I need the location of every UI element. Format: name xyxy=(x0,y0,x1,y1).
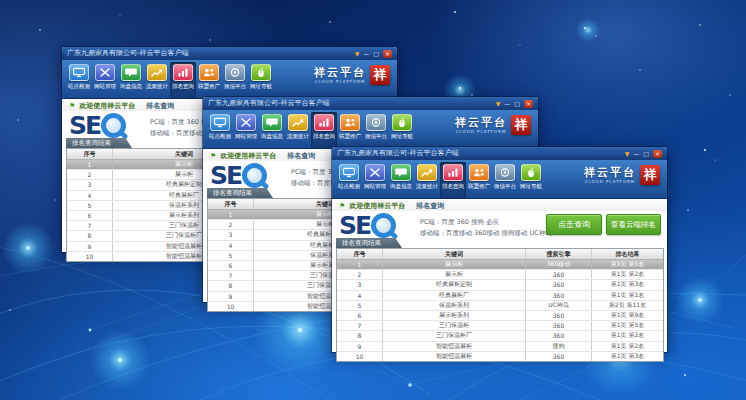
results-tab[interactable]: 排名查询结果 xyxy=(207,188,273,198)
nav-item-alliance[interactable]: 联盟推广 xyxy=(466,162,492,198)
table-row[interactable]: 5保温柜系列UC神马第2页 第11名 xyxy=(337,301,663,311)
nav-label: 网址导航 xyxy=(391,132,413,140)
minimize-icon[interactable]: — xyxy=(363,50,369,58)
nav-label: 微信平台 xyxy=(224,82,246,90)
breadcrumb-page: 排名查询 xyxy=(287,151,315,161)
table-cell: 4 xyxy=(67,191,113,200)
nav-label: 站点检测 xyxy=(209,132,231,140)
nav-item-site-check[interactable]: 站点检测 xyxy=(207,112,233,148)
table-row[interactable]: 9智能恒温展柜搜狗第1页 第2名 xyxy=(337,342,663,352)
results-table-body: 1展示柜360移动第1页 第1名2展示柜360第1页 第2名3经典展柜定制360… xyxy=(337,260,663,361)
close-icon[interactable]: × xyxy=(383,50,392,58)
table-cell: 4 xyxy=(337,291,383,300)
site-manage-icon xyxy=(95,64,115,81)
app-window[interactable]: 广东九鼎家具有限公司-祥云平台客户端 ▼ — □ × 站点检测 xyxy=(332,147,667,352)
wechat-platform-icon xyxy=(366,114,386,131)
title-bar[interactable]: 广东九鼎家具有限公司-祥云平台客户端 ▼ — □ × xyxy=(332,147,667,160)
results-tab[interactable]: 排名查询结果 xyxy=(66,138,132,148)
skin-icon[interactable]: ▼ xyxy=(496,100,501,108)
table-cell: 2 xyxy=(208,220,254,229)
nav-item-site-check[interactable]: 站点检测 xyxy=(336,162,362,198)
nav-item-inquiry[interactable]: 询盘信息 xyxy=(388,162,414,198)
maximize-icon[interactable]: □ xyxy=(373,50,379,58)
header-no: 序号 xyxy=(337,249,383,259)
close-icon[interactable]: × xyxy=(653,150,662,158)
nav-item-site-nav[interactable]: 网址导航 xyxy=(248,62,274,98)
brand-logo: 祥云平台 CLOUD PLATFORM 祥 xyxy=(314,65,390,85)
nav-item-wechat[interactable]: 微信平台 xyxy=(492,162,518,198)
nav-item-traffic[interactable]: 流量统计 xyxy=(285,112,311,148)
nav-item-inquiry[interactable]: 询盘信息 xyxy=(259,112,285,148)
nav-item-traffic[interactable]: 流量统计 xyxy=(414,162,440,198)
header-engine: 搜索引擎 xyxy=(526,249,592,259)
nav-item-alliance[interactable]: 联盟推广 xyxy=(196,62,222,98)
nav-item-traffic[interactable]: 流量统计 xyxy=(144,62,170,98)
window-title: 广东九鼎家具有限公司-祥云平台客户端 xyxy=(337,147,625,160)
table-row[interactable]: 4经典展柜厂360第1页 第1名 xyxy=(337,291,663,301)
title-bar[interactable]: 广东九鼎家具有限公司-祥云平台客户端 ▼ — □ × xyxy=(62,47,397,60)
table-row[interactable]: 6展示柜系列360第1页 第9名 xyxy=(337,311,663,321)
ranking-query-icon xyxy=(443,164,463,181)
table-cell: 6 xyxy=(67,211,113,220)
nav-item-ranking-query[interactable]: 排名查询 xyxy=(440,162,466,198)
table-cell: 5 xyxy=(337,301,383,310)
nav-label: 联盟推广 xyxy=(198,82,220,90)
table-cell: 9 xyxy=(67,242,113,251)
table-header: 序号 关键词 搜索引擎 排名结果 xyxy=(337,249,663,260)
header-keyword: 关键词 xyxy=(383,249,526,259)
inquiry-message-icon xyxy=(391,164,411,181)
nav-item-inquiry[interactable]: 询盘信息 xyxy=(118,62,144,98)
seo-wordmark: SE xyxy=(339,214,370,238)
nav-label: 流量统计 xyxy=(146,82,168,90)
title-bar[interactable]: 广东九鼎家具有限公司-祥云平台客户端 ▼ — □ × xyxy=(203,97,538,110)
table-cell: 第1页 第5名 xyxy=(592,321,663,330)
nav-item-alliance[interactable]: 联盟推广 xyxy=(337,112,363,148)
skin-icon[interactable]: ▼ xyxy=(355,50,360,58)
minimize-icon[interactable]: — xyxy=(633,150,639,158)
close-icon[interactable]: × xyxy=(524,100,533,108)
skin-icon[interactable]: ▼ xyxy=(625,150,630,158)
table-row[interactable]: 8三门保温柜厂360第1页 第2名 xyxy=(337,331,663,341)
table-cell: 2 xyxy=(337,270,383,279)
table-row[interactable]: 2展示柜360第1页 第2名 xyxy=(337,270,663,280)
nav-item-site-nav[interactable]: 网址导航 xyxy=(518,162,544,198)
nav-item-site-nav[interactable]: 网址导航 xyxy=(389,112,415,148)
nav-item-site-manage[interactable]: 网站管理 xyxy=(233,112,259,148)
nav-label: 流量统计 xyxy=(287,132,309,140)
nav-item-site-manage[interactable]: 网站管理 xyxy=(362,162,388,198)
nav-label: 网址导航 xyxy=(520,182,542,190)
wechat-platform-icon xyxy=(225,64,245,81)
table-row[interactable]: 3经典展柜定制360第1页 第3名 xyxy=(337,280,663,290)
maximize-icon[interactable]: □ xyxy=(643,150,649,158)
seo-wordmark: SE xyxy=(210,164,241,188)
nav-item-ranking-query[interactable]: 排名查询 xyxy=(170,62,196,98)
table-cell: 三门保温柜 xyxy=(383,321,526,330)
nav-item-site-check[interactable]: 站点检测 xyxy=(66,62,92,98)
brand-subtitle: CLOUD PLATFORM xyxy=(314,79,366,84)
nav-label: 排名查询 xyxy=(172,82,194,90)
nav-item-site-manage[interactable]: 网站管理 xyxy=(92,62,118,98)
alliance-promo-icon xyxy=(199,64,219,81)
table-cell: 2 xyxy=(67,170,113,179)
nav-label: 排名查询 xyxy=(313,132,335,140)
nav-item-wechat[interactable]: 微信平台 xyxy=(222,62,248,98)
table-cell: 第1页 第2名 xyxy=(592,270,663,279)
nav-item-ranking-query[interactable]: 排名查询 xyxy=(311,112,337,148)
table-row[interactable]: 10智能恒温展柜360第1页 第3名 xyxy=(337,352,663,361)
results-tab[interactable]: 排名查询结果 xyxy=(336,238,402,248)
query-button[interactable]: 点击查询 xyxy=(546,214,602,235)
nav-label: 网址导航 xyxy=(250,82,272,90)
minimize-icon[interactable]: — xyxy=(504,100,510,108)
maximize-icon[interactable]: □ xyxy=(514,100,520,108)
breadcrumb-page: 排名查询 xyxy=(416,201,444,211)
ranking-query-icon xyxy=(314,114,334,131)
nav-item-wechat[interactable]: 微信平台 xyxy=(363,112,389,148)
view-cloud-ranking-button[interactable]: 查看云端排名 xyxy=(606,214,661,235)
table-cell: 展示柜系列 xyxy=(383,311,526,320)
nav-label: 微信平台 xyxy=(365,132,387,140)
table-cell: 智能恒温展柜 xyxy=(383,342,526,351)
table-row[interactable]: 7三门保温柜360第1页 第5名 xyxy=(337,321,663,331)
table-row[interactable]: 1展示柜360移动第1页 第1名 xyxy=(337,260,663,270)
brand-name: 祥云平台 xyxy=(314,67,366,79)
table-cell: 360 xyxy=(526,280,592,289)
